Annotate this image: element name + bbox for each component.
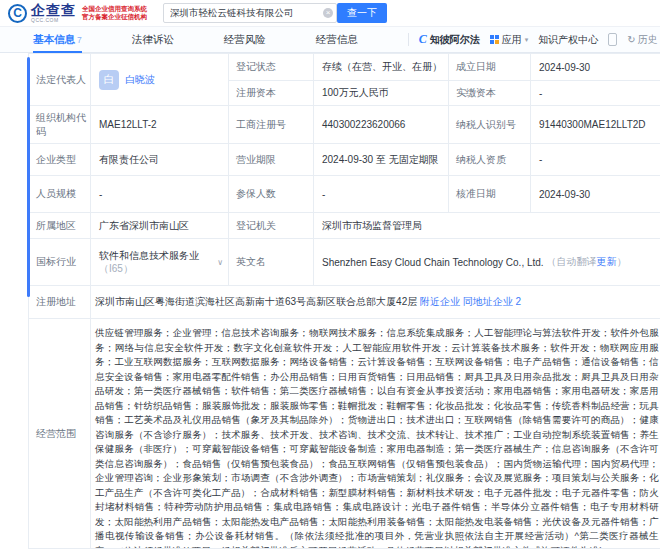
qcc-slogan: 全国企业信用查询系统 官方备案企业征信机构 [82, 5, 147, 21]
tab-legal-lawsuits-label: 法律诉讼 [132, 33, 174, 47]
industry-value: 软件和信息技术服务业 [99, 250, 199, 261]
search-button[interactable]: 查一下 [337, 3, 387, 23]
legal-rep-cell: 白 白晓波 [91, 54, 229, 106]
en-name-value: Shenzhen Easy Cloud Chain Technology Co.… [322, 257, 544, 268]
reg-authority-label: 登记机关 [229, 213, 314, 239]
company-type-label: 企业类型 [29, 144, 91, 176]
scroll-indicator[interactable] [27, 57, 30, 297]
basic-info-table: 法定代表人 白 白晓波 登记状态 存续（在营、开业、在册） 成立日期 2024-… [28, 53, 660, 549]
region-value: 广东省深圳市南山区 [91, 213, 229, 239]
tab-basic-info[interactable]: 基本信息 7 [33, 27, 82, 52]
taxpayer-id-value: 91440300MAE12LLT2D [531, 106, 660, 144]
reg-status-label: 登记状态 [229, 54, 314, 81]
mobile-app-icon[interactable] [608, 33, 617, 46]
company-type-value: 有限责任公司 [91, 144, 229, 176]
taxpayer-id-label: 纳税人识别号 [449, 106, 531, 144]
reg-capital-value: 100万元人民币 [314, 81, 449, 106]
slogan-line-1: 全国企业信用查询系统 [82, 5, 147, 13]
scope-cell: 供应链管理服务；企业管理；信息技术咨询服务；物联网技术服务；信息系统集成服务；人… [91, 319, 660, 549]
chevron-down-icon: ▾ [525, 36, 529, 44]
staff-size-label: 人员规模 [29, 176, 91, 213]
industry-code: （I65） [99, 263, 133, 274]
est-date-value: 2024-09-30 [531, 54, 660, 81]
en-name-cell: Shenzhen Easy Cloud Chain Technology Co.… [314, 239, 660, 286]
approval-date-label: 核准日期 [449, 176, 531, 213]
en-name-note-close: ） [616, 255, 626, 269]
qcc-logo-icon: C [8, 4, 27, 23]
biz-term-value: 2024-09-30 至 无固定期限 [314, 144, 449, 176]
address-cell: 深圳市南山区粤海街道滨海社区高新南十道63号高新区联合总部大厦42层 附近企业 … [91, 286, 660, 319]
address-value: 深圳市南山区粤海街道滨海社区高新南十道63号高新区联合总部大厦42层 [95, 295, 417, 309]
tab-operation-info[interactable]: 经营信息 [316, 27, 358, 52]
search-input[interactable] [163, 3, 337, 23]
biz-reg-no-label: 工商注册号 [229, 106, 314, 144]
en-name-label: 英文名 [229, 239, 314, 286]
zhibi-alpha-icon: C [419, 32, 427, 47]
qcc-logo-text: 企查查 [31, 3, 76, 17]
industry-cell: 软件和信息技术服务业（I65） ∨ [91, 239, 229, 286]
tab-legal-lawsuits[interactable]: 法律诉讼 [132, 27, 174, 52]
tab-operation-risk-label: 经营风险 [224, 33, 266, 47]
clear-search-icon[interactable]: × [323, 8, 333, 18]
divider [408, 33, 409, 46]
est-date-label: 成立日期 [449, 54, 531, 81]
chevron-down-icon[interactable]: ∨ [217, 258, 223, 267]
legal-rep-link[interactable]: 白晓波 [125, 73, 155, 87]
region-label: 所属地区 [29, 213, 91, 239]
address-label: 注册地址 [29, 286, 91, 319]
taxpayer-qual-label: 纳税人资质 [449, 144, 531, 176]
tab-operation-risk[interactable]: 经营风险 [224, 27, 266, 52]
approval-date-value: 2024-09-30 [531, 176, 660, 213]
org-code-label: 组织机构代码 [29, 106, 91, 144]
apps-grid-icon [490, 35, 499, 44]
tab-bar: 基本信息 7 法律诉讼 经营风险 经营信息 C 知彼阿尔法 应用 ▾ 知识产权中… [0, 26, 660, 53]
zhibi-alpha-label: 知彼阿尔法 [430, 33, 480, 47]
tab-basic-info-label: 基本信息 [33, 33, 75, 47]
reg-status-value: 存续（在营、开业、在册） [314, 54, 449, 81]
nearby-companies-link[interactable]: 附近企业 [420, 295, 460, 309]
apps-label: 应用 [502, 33, 522, 47]
staff-size-value: - [91, 176, 229, 213]
history-link[interactable]: ↻ 历史 [627, 33, 657, 47]
top-bar: C 企查查 QCC.COM 全国企业信用查询系统 官方备案企业征信机构 × 查一… [0, 0, 660, 26]
tabbar-right-tools: C 知彼阿尔法 应用 ▾ 知识产权中心 ↻ 历史 ★ SVIP 会员服务 ··· [408, 27, 660, 52]
tab-basic-info-count: 7 [77, 35, 82, 45]
taxpayer-qual-value: - [531, 144, 660, 176]
avatar[interactable]: 白 [99, 70, 119, 90]
reg-authority-value: 深圳市市场监督管理局 [314, 213, 660, 239]
scope-value: 供应链管理服务；企业管理；信息技术咨询服务；物联网技术服务；信息系统集成服务；人… [95, 326, 659, 549]
insured-label: 参保人数 [229, 176, 314, 213]
search-area: × 查一下 [163, 3, 387, 23]
qcc-logo-domain: QCC.COM [31, 18, 76, 23]
history-icon: ↻ [627, 34, 635, 45]
reg-capital-label: 注册资本 [229, 81, 314, 106]
industry-label: 国标行业 [29, 239, 91, 286]
paid-capital-label: 实缴资本 [449, 81, 531, 106]
org-code-value: MAE12LLT-2 [91, 106, 229, 144]
legal-rep-label: 法定代表人 [29, 54, 91, 106]
ip-center-link[interactable]: 知识产权中心 [538, 33, 598, 47]
paid-capital-value: - [531, 81, 660, 106]
biz-term-label: 营业期限 [229, 144, 314, 176]
tab-operation-info-label: 经营信息 [316, 33, 358, 47]
qcc-logo-text-block: 企查查 QCC.COM [31, 3, 76, 23]
en-name-note: （自动翻译 [546, 255, 596, 269]
scope-label: 经营范围 [29, 319, 91, 549]
zhibi-alpha-entry[interactable]: C 知彼阿尔法 [419, 32, 480, 47]
history-label: 历史 [638, 33, 658, 47]
en-name-update-link[interactable]: 更新 [596, 255, 616, 269]
slogan-line-2: 官方备案企业征信机构 [82, 13, 147, 21]
insured-value: - [314, 176, 449, 213]
apps-menu[interactable]: 应用 ▾ [490, 33, 529, 47]
same-address-companies-link[interactable]: 同地址企业 2 [463, 295, 521, 309]
qcc-logo[interactable]: C 企查查 QCC.COM [8, 3, 76, 23]
biz-reg-no-value: 440300223620066 [314, 106, 449, 144]
